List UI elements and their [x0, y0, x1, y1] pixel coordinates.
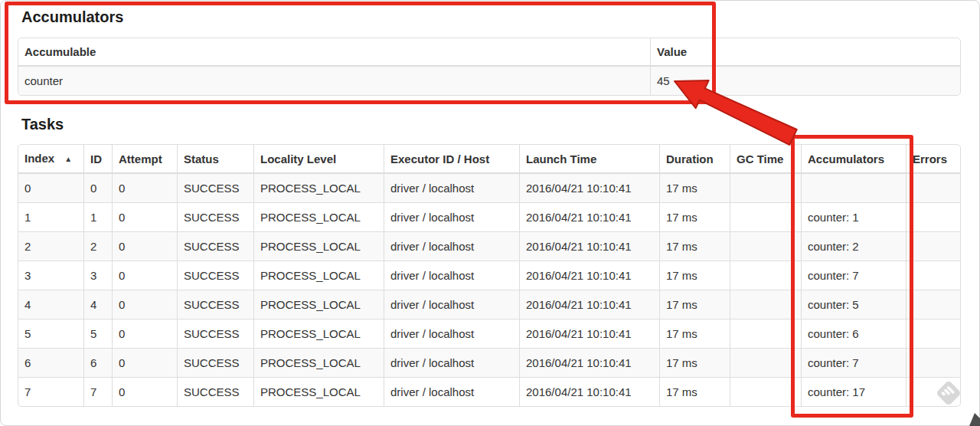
- page-content: Accumulators Accumulable Value counter45…: [18, 0, 959, 407]
- table-cell: PROCESS_LOCAL: [253, 174, 384, 202]
- col-header-accumulable[interactable]: Accumulable: [18, 38, 650, 67]
- col-header-accumulators[interactable]: Accumulators: [801, 145, 906, 174]
- table-cell: SUCCESS: [177, 174, 253, 202]
- table-cell: counter: 1: [801, 202, 906, 231]
- tasks-table: Index▲ ID Attempt Status Locality Level …: [18, 144, 961, 407]
- table-cell: 0: [112, 174, 177, 202]
- table-cell: [906, 174, 960, 202]
- table-cell: driver / localhost: [384, 174, 519, 202]
- table-cell: 17 ms: [659, 377, 730, 406]
- table-cell: PROCESS_LOCAL: [253, 290, 384, 319]
- accumulators-table-head: Accumulable Value: [18, 38, 960, 67]
- table-cell: 17 ms: [659, 202, 730, 231]
- table-cell: 1: [18, 202, 83, 231]
- table-cell: counter: 7: [801, 261, 906, 290]
- table-cell: 4: [18, 290, 83, 319]
- table-cell: 5: [83, 319, 112, 348]
- table-cell: 2016/04/21 10:10:41: [519, 261, 659, 290]
- table-cell: counter: 6: [801, 319, 906, 348]
- tasks-table-head: Index▲ ID Attempt Status Locality Level …: [18, 145, 960, 174]
- table-cell: SUCCESS: [177, 231, 253, 261]
- col-header-status[interactable]: Status: [177, 145, 253, 174]
- col-header-index[interactable]: Index▲: [18, 145, 83, 174]
- table-cell: 3: [18, 261, 83, 290]
- table-cell: [906, 319, 960, 348]
- table-cell: SUCCESS: [177, 261, 253, 290]
- col-header-index-label: Index: [24, 152, 54, 165]
- accumulators-table-body: counter45: [18, 67, 960, 95]
- table-cell: [730, 174, 801, 202]
- col-header-id[interactable]: ID: [83, 145, 112, 174]
- cursor-icon: [969, 413, 980, 426]
- col-header-errors[interactable]: Errors: [906, 145, 960, 174]
- header-row: Index▲ ID Attempt Status Locality Level …: [18, 145, 960, 174]
- table-cell: driver / localhost: [384, 348, 519, 377]
- tasks-section-title: Tasks: [21, 115, 959, 133]
- table-cell: SUCCESS: [177, 377, 253, 406]
- table-cell: driver / localhost: [384, 261, 519, 290]
- table-cell: 2016/04/21 10:10:41: [519, 202, 659, 231]
- table-cell: 45: [650, 67, 960, 95]
- table-cell: [906, 202, 960, 231]
- table-cell: 7: [18, 377, 83, 406]
- col-header-gc-time[interactable]: GC Time: [730, 145, 801, 174]
- table-cell: PROCESS_LOCAL: [253, 261, 384, 290]
- table-cell: driver / localhost: [384, 231, 519, 261]
- table-cell: driver / localhost: [384, 319, 519, 348]
- table-cell: 2016/04/21 10:10:41: [519, 377, 659, 406]
- table-row: 220SUCCESSPROCESS_LOCALdriver / localhos…: [18, 231, 960, 261]
- table-cell: [730, 202, 801, 231]
- header-row: Accumulable Value: [18, 38, 960, 67]
- table-cell: [906, 231, 960, 261]
- table-cell: PROCESS_LOCAL: [253, 377, 384, 406]
- accumulators-section-title: Accumulators: [21, 8, 959, 26]
- table-cell: 0: [112, 261, 177, 290]
- table-cell: 4: [83, 290, 112, 319]
- table-row: 770SUCCESSPROCESS_LOCALdriver / localhos…: [18, 377, 960, 406]
- col-header-launch-time[interactable]: Launch Time: [519, 145, 659, 174]
- col-header-value[interactable]: Value: [650, 38, 960, 67]
- table-cell: 17 ms: [659, 348, 730, 377]
- col-header-attempt[interactable]: Attempt: [112, 145, 177, 174]
- table-cell: SUCCESS: [177, 202, 253, 231]
- table-cell: 2016/04/21 10:10:41: [519, 348, 659, 377]
- table-cell: PROCESS_LOCAL: [253, 319, 384, 348]
- col-header-duration[interactable]: Duration: [659, 145, 730, 174]
- table-cell: 17 ms: [659, 231, 730, 261]
- table-cell: 0: [112, 377, 177, 406]
- table-row: 110SUCCESSPROCESS_LOCALdriver / localhos…: [18, 202, 960, 231]
- table-cell: counter: [18, 67, 650, 95]
- table-cell: counter: 7: [801, 348, 906, 377]
- col-header-locality-level[interactable]: Locality Level: [253, 145, 384, 174]
- table-cell: 0: [112, 290, 177, 319]
- table-cell: 2: [18, 231, 83, 261]
- table-cell: 7: [83, 377, 112, 406]
- table-cell: 0: [112, 319, 177, 348]
- table-cell: counter: 5: [801, 290, 906, 319]
- table-cell: 17 ms: [659, 261, 730, 290]
- table-cell: SUCCESS: [177, 348, 253, 377]
- table-cell: [906, 290, 960, 319]
- table-cell: 2: [83, 231, 112, 261]
- table-cell: 17 ms: [659, 174, 730, 202]
- table-cell: 0: [83, 174, 112, 202]
- tasks-table-body: 000SUCCESSPROCESS_LOCALdriver / localhos…: [18, 174, 960, 406]
- table-cell: 5: [18, 319, 83, 348]
- skitch-watermark-icon: [933, 378, 964, 408]
- table-cell: 2016/04/21 10:10:41: [519, 290, 659, 319]
- table-row: 330SUCCESSPROCESS_LOCALdriver / localhos…: [18, 261, 960, 290]
- table-cell: counter: 17: [801, 377, 906, 406]
- table-cell: [801, 174, 906, 202]
- table-cell: counter: 2: [801, 231, 906, 261]
- table-cell: [906, 261, 960, 290]
- table-cell: SUCCESS: [177, 290, 253, 319]
- table-cell: PROCESS_LOCAL: [253, 348, 384, 377]
- table-cell: PROCESS_LOCAL: [253, 202, 384, 231]
- table-cell: driver / localhost: [384, 377, 519, 406]
- table-cell: [906, 348, 960, 377]
- col-header-executor-id-host[interactable]: Executor ID / Host: [384, 145, 519, 174]
- table-cell: [730, 231, 801, 261]
- table-cell: [730, 261, 801, 290]
- table-row: 550SUCCESSPROCESS_LOCALdriver / localhos…: [18, 319, 960, 348]
- table-cell: [730, 348, 801, 377]
